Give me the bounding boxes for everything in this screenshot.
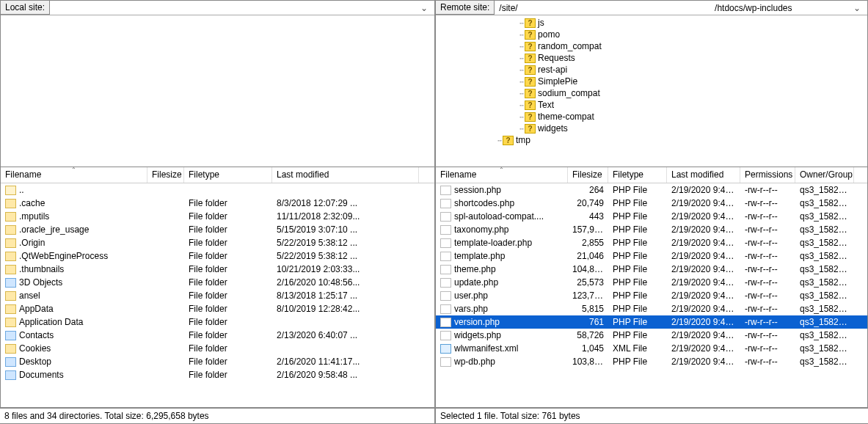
file-row[interactable]: .. — [1, 183, 434, 197]
chevron-down-icon[interactable]: ⌄ — [851, 3, 863, 13]
file-row[interactable]: .oracle_jre_usageFile folder5/15/2019 3:… — [1, 223, 434, 236]
column-header[interactable]: Permissions — [740, 167, 795, 183]
file-row[interactable]: shortcodes.php20,749PHP File2/19/2020 9:… — [436, 197, 867, 210]
file-row[interactable]: AppDataFile folder8/10/2019 12:28:42... — [1, 302, 434, 315]
remote-tree[interactable]: ⋯?js⋯?pomo⋯?random_compat⋯?Requests⋯?res… — [436, 15, 867, 167]
tree-item[interactable]: ⋯?rest-api — [439, 64, 867, 76]
column-header[interactable]: Filetype — [608, 167, 667, 183]
cell-type: PHP File — [608, 184, 667, 196]
cell-mod: 2/16/2020 11:41:17... — [272, 356, 419, 368]
cell-perm: -rw-r--r-- — [740, 211, 795, 222]
unknown-folder-icon: ? — [525, 65, 536, 75]
file-row[interactable]: template-loader.php2,855PHP File2/19/202… — [436, 236, 867, 249]
file-row[interactable]: DocumentsFile folder2/16/2020 9:58:48 ..… — [1, 368, 434, 381]
cell-type: PHP File — [608, 316, 667, 328]
file-row[interactable]: ContactsFile folder2/13/2020 6:40:07 ... — [1, 329, 434, 342]
cell-type: PHP File — [608, 263, 667, 275]
cell-size — [147, 361, 184, 362]
file-row[interactable]: .mputilsFile folder11/11/2018 2:32:09... — [1, 210, 434, 223]
cell-mod: 2/19/2020 9:45:... — [667, 184, 740, 196]
cell-type: File folder — [184, 369, 272, 381]
remote-file-rows[interactable]: session.php264PHP File2/19/2020 9:45:...… — [436, 183, 867, 395]
file-row[interactable]: DesktopFile folder2/16/2020 11:41:17... — [1, 355, 434, 368]
unknown-folder-icon: ? — [525, 77, 536, 87]
tree-connector-icon: ⋯ — [519, 54, 523, 62]
cell-mod: 2/19/2020 9:45:... — [667, 316, 740, 328]
local-path-input[interactable] — [54, 2, 418, 14]
tree-item[interactable]: ⋯?random_compat — [439, 40, 867, 52]
file-row[interactable]: widgets.php58,726PHP File2/19/2020 9:45:… — [436, 329, 867, 342]
file-row[interactable]: vars.php5,815PHP File2/19/2020 9:45:...-… — [436, 302, 867, 315]
file-name: shortcodes.php — [454, 198, 514, 208]
cell-type: PHP File — [608, 290, 667, 301]
file-row[interactable]: theme.php104,876PHP File2/19/2020 9:45:.… — [436, 263, 867, 276]
column-header[interactable]: Filename⌃ — [1, 167, 147, 183]
file-row[interactable]: .cacheFile folder8/3/2018 12:07:29 ... — [1, 197, 434, 210]
cell-perm: -rw-r--r-- — [740, 343, 795, 354]
tree-item[interactable]: ⋯?SimplePie — [439, 76, 867, 87]
cell-perm: -rw-r--r-- — [740, 316, 795, 328]
file-row[interactable]: Application DataFile folder — [1, 315, 434, 329]
column-header[interactable]: Filesize — [147, 167, 184, 183]
column-header[interactable]: Last modified — [272, 167, 419, 183]
remote-horizontal-scrollbar[interactable] — [436, 395, 867, 407]
cell-name: .. — [1, 184, 147, 196]
cell-perm: -rw-r--r-- — [740, 224, 795, 235]
cell-type: File folder — [184, 329, 272, 341]
cell-size — [147, 348, 184, 349]
cell-size — [147, 335, 184, 336]
file-row[interactable]: 3D ObjectsFile folder2/16/2020 10:48:56.… — [1, 276, 434, 289]
file-row[interactable]: wp-db.php103,829PHP File2/19/2020 9:45:.… — [436, 355, 867, 368]
local-column-headers[interactable]: Filename⌃FilesizeFiletypeLast modified — [1, 167, 434, 183]
tree-item[interactable]: ⋯?sodium_compat — [439, 87, 867, 99]
file-row[interactable]: .OriginFile folder5/22/2019 5:38:12 ... — [1, 236, 434, 249]
remote-column-headers[interactable]: Filename⌃FilesizeFiletypeLast modifiedPe… — [436, 167, 867, 183]
chevron-down-icon[interactable]: ⌄ — [418, 3, 430, 13]
tree-item[interactable]: ⋯?Requests — [439, 52, 867, 64]
column-header[interactable]: Filesize — [568, 167, 608, 183]
local-tree[interactable] — [1, 15, 434, 167]
folder-icon — [5, 212, 16, 222]
file-row[interactable]: .thumbnailsFile folder10/21/2019 2:03:33… — [1, 263, 434, 276]
file-name: version.php — [454, 317, 500, 327]
cell-owner: qs3_158212... — [795, 303, 854, 315]
cell-name: template.php — [436, 250, 568, 262]
cell-perm: -rw-r--r-- — [740, 277, 795, 288]
local-file-rows[interactable]: ...cacheFile folder8/3/2018 12:07:29 ...… — [1, 183, 434, 407]
file-row[interactable]: anselFile folder8/13/2018 1:25:17 ... — [1, 289, 434, 302]
file-icon — [440, 225, 451, 235]
file-row[interactable]: user.php123,717PHP File2/19/2020 9:45:..… — [436, 289, 867, 302]
cell-perm: -rw-r--r-- — [740, 184, 795, 196]
file-row[interactable]: CookiesFile folder — [1, 342, 434, 355]
tree-item[interactable]: ⋯?Text — [439, 99, 867, 111]
file-row[interactable]: session.php264PHP File2/19/2020 9:45:...… — [436, 183, 867, 197]
remote-path-input-wrap[interactable]: /site/ /htdocs/wp-includes ⌄ — [495, 1, 867, 15]
cell-owner: qs3_158212... — [795, 277, 854, 288]
cell-name: taxonomy.php — [436, 224, 568, 235]
local-path-input-wrap[interactable]: ⌄ — [50, 1, 434, 15]
file-row[interactable]: spl-autoload-compat....443PHP File2/19/2… — [436, 210, 867, 223]
cell-size: 21,046 — [568, 250, 608, 262]
file-row[interactable]: update.php25,573PHP File2/19/2020 9:45:.… — [436, 276, 867, 289]
column-header[interactable]: Last modified — [667, 167, 740, 183]
cell-name: user.php — [436, 290, 568, 301]
sort-ascending-icon: ⌃ — [71, 167, 76, 173]
cell-name: vars.php — [436, 303, 568, 315]
tree-item[interactable]: ⋯?theme-compat — [439, 111, 867, 123]
cell-type: XML File — [608, 343, 667, 354]
column-header[interactable]: Filename⌃ — [436, 167, 568, 183]
file-row[interactable]: taxonomy.php157,961PHP File2/19/2020 9:4… — [436, 223, 867, 236]
file-name: wp-db.php — [454, 357, 495, 367]
tree-item[interactable]: ⋯?widgets — [439, 123, 867, 134]
cell-mod: 8/10/2019 12:28:42... — [272, 303, 419, 315]
file-row[interactable]: template.php21,046PHP File2/19/2020 9:45… — [436, 249, 867, 263]
file-row[interactable]: version.php761PHP File2/19/2020 9:45:...… — [436, 315, 867, 329]
tree-item[interactable]: ⋯?js — [439, 17, 867, 29]
file-row[interactable]: wlwmanifest.xml1,045XML File2/19/2020 9:… — [436, 342, 867, 355]
cell-owner: qs3_158212... — [795, 290, 854, 301]
column-header[interactable]: Filetype — [184, 167, 272, 183]
column-header[interactable]: Owner/Group — [795, 167, 854, 183]
file-row[interactable]: .QtWebEngineProcessFile folder5/22/2019 … — [1, 249, 434, 263]
tree-item[interactable]: ⋯?tmp — [439, 134, 867, 146]
tree-item[interactable]: ⋯?pomo — [439, 29, 867, 40]
